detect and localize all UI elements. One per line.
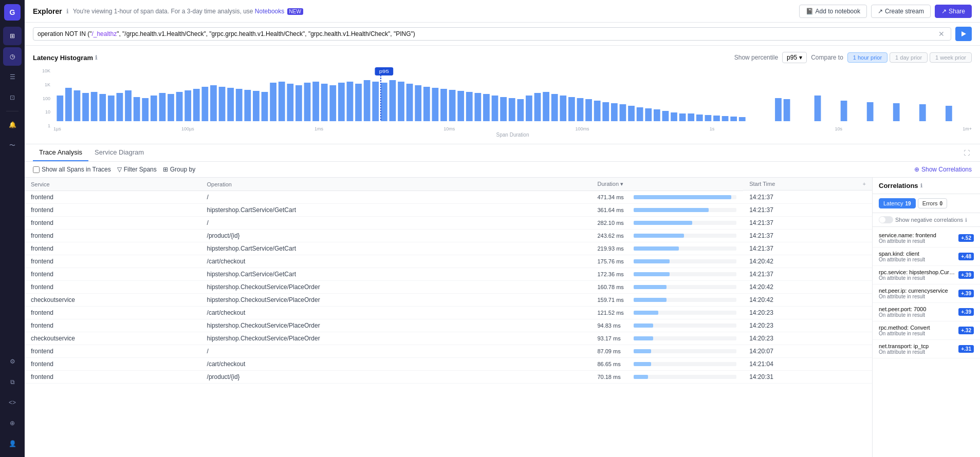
cell-service: frontend	[25, 307, 201, 319]
correlations-panel: Correlations ℹ Latency 19 Errors 0	[872, 178, 980, 457]
sidebar-item-activity[interactable]: 〜	[3, 136, 22, 155]
svg-rect-53	[474, 93, 481, 121]
svg-text:p95: p95	[379, 69, 389, 74]
svg-rect-31	[312, 82, 319, 121]
table-row[interactable]: frontend hipstershop.CheckoutService/Pla…	[25, 319, 872, 332]
correlation-item[interactable]: net.transport: ip_tcp On attribute in re…	[873, 340, 980, 358]
show-correlations-button[interactable]: ⊕ Show Correlations	[914, 166, 972, 173]
correlations-info-icon: ℹ	[920, 183, 922, 188]
svg-rect-82	[722, 116, 729, 121]
cell-operation: /cart/checkout	[201, 255, 591, 268]
percentile-select[interactable]: p95 ▾	[782, 52, 807, 63]
sidebar-item-code[interactable]: <>	[3, 393, 22, 412]
chevron-down-icon: ▾	[799, 54, 802, 61]
svg-rect-75	[662, 111, 669, 121]
app-logo[interactable]: G	[4, 4, 21, 21]
svg-rect-33	[329, 85, 336, 121]
share-button[interactable]: ↗ Share	[935, 5, 972, 18]
correlation-item[interactable]: service.name: frontend On attribute in r…	[873, 229, 980, 247]
sidebar-item-grid[interactable]: ⊡	[3, 88, 22, 107]
svg-rect-11	[142, 98, 149, 121]
corr-tab-errors[interactable]: Errors 0	[918, 198, 948, 208]
table-row[interactable]: frontend /product/{id} 70.18 ms 14:20:31	[25, 371, 872, 384]
cell-operation: hipstershop.CartService/GetCart	[201, 242, 591, 255]
run-query-button[interactable]	[955, 27, 972, 41]
cell-service: frontend	[25, 191, 201, 204]
cell-service: checkoutservice	[25, 294, 201, 307]
table-row[interactable]: frontend hipstershop.CartService/GetCart…	[25, 268, 872, 281]
col-operation: Operation	[201, 178, 591, 191]
group-by-button[interactable]: ⊞ Group by	[163, 166, 195, 173]
table-row[interactable]: frontend hipstershop.CartService/GetCart…	[25, 204, 872, 217]
corr-item-sub: On attribute in result	[879, 312, 956, 318]
add-to-notebook-button[interactable]: 📓 Add to notebook	[799, 5, 867, 18]
table-row[interactable]: frontend /cart/checkout 86.65 ms 14:21:0…	[25, 358, 872, 371]
filter-spans-button[interactable]: ▽ Filter Spans	[117, 166, 157, 173]
correlation-item[interactable]: rpc.service: hipstershop.Currenc... On a…	[873, 266, 980, 284]
cell-operation: /product/{id}	[201, 371, 591, 384]
correlation-item[interactable]: net.peer.port: 7000 On attribute in resu…	[873, 303, 980, 321]
compare-1hour-button[interactable]: 1 hour prior	[847, 52, 887, 63]
col-duration[interactable]: Duration ▾	[591, 178, 743, 191]
svg-rect-89	[867, 102, 874, 121]
x-axis-label: Span Duration	[53, 132, 972, 138]
sidebar-item-settings[interactable]: ⚙	[3, 352, 22, 371]
add-column-button[interactable]: +	[863, 181, 866, 187]
cell-start-time: 14:20:07	[743, 345, 872, 358]
table-row[interactable]: frontend /cart/checkout 175.76 ms 14:20:…	[25, 255, 872, 268]
svg-rect-14	[168, 94, 174, 121]
neg-info-icon: ℹ	[965, 217, 967, 223]
sidebar-item-globe[interactable]: ⊕	[3, 414, 22, 432]
table-row[interactable]: frontend hipstershop.CheckoutService/Pla…	[25, 281, 872, 294]
svg-rect-9	[125, 90, 132, 121]
create-stream-button[interactable]: ↗ Create stream	[871, 5, 931, 18]
tab-trace-analysis[interactable]: Trace Analysis	[33, 144, 88, 161]
svg-rect-73	[645, 108, 652, 121]
svg-rect-2	[65, 88, 72, 121]
cell-duration: 172.36 ms	[591, 268, 743, 281]
cell-service: checkoutservice	[25, 332, 201, 345]
correlation-item[interactable]: rpc.method: Convert On attribute in resu…	[873, 321, 980, 340]
show-all-spans-input[interactable]	[33, 166, 40, 173]
query-clear-button[interactable]: ✕	[938, 30, 945, 38]
table-row[interactable]: frontend / 471.34 ms 14:21:37	[25, 191, 872, 204]
table-row[interactable]: checkoutservice hipstershop.CheckoutServ…	[25, 294, 872, 307]
expand-icon[interactable]: ⛶	[964, 149, 970, 157]
new-badge: NEW	[287, 8, 303, 15]
svg-rect-25	[262, 92, 268, 121]
cell-duration: 94.83 ms	[591, 319, 743, 332]
table-row[interactable]: frontend hipstershop.CartService/GetCart…	[25, 242, 872, 255]
sidebar-item-home[interactable]: ⊞	[3, 27, 22, 45]
show-all-spans-checkbox[interactable]: Show all Spans in Traces	[33, 166, 111, 173]
sidebar-item-document[interactable]: ☰	[3, 68, 22, 86]
compare-1week-button[interactable]: 1 week prior	[930, 52, 972, 63]
svg-rect-65	[577, 98, 584, 121]
compare-label: Compare to	[811, 54, 843, 61]
correlation-item[interactable]: net.peer.ip: currencyservice On attribut…	[873, 284, 980, 303]
sidebar-item-user[interactable]: 👤	[3, 434, 22, 453]
svg-rect-29	[295, 85, 302, 121]
negative-correlations-toggle[interactable]	[879, 216, 893, 223]
table-row[interactable]: frontend /product/{id} 243.62 ms 14:21:3…	[25, 230, 872, 242]
filter-icon: ▽	[117, 166, 122, 173]
cell-operation: /product/{id}	[201, 230, 591, 242]
sidebar-item-puzzle[interactable]: ⧉	[3, 373, 22, 391]
svg-rect-4	[82, 93, 89, 121]
cell-duration: 160.78 ms	[591, 281, 743, 294]
svg-rect-78	[688, 113, 694, 121]
table-row[interactable]: checkoutservice hipstershop.CheckoutServ…	[25, 332, 872, 345]
correlation-item[interactable]: span.kind: client On attribute in result…	[873, 247, 980, 266]
notebooks-link[interactable]: Notebooks	[255, 8, 284, 15]
compare-1day-button[interactable]: 1 day prior	[890, 52, 928, 63]
y-axis: 10K 1K 100 10 1	[33, 67, 53, 138]
corr-tab-latency[interactable]: Latency 19	[879, 198, 916, 208]
table-row[interactable]: frontend / 282.10 ms 14:21:37	[25, 217, 872, 230]
table-row[interactable]: frontend /cart/checkout 121.52 ms 14:20:…	[25, 307, 872, 319]
table-row[interactable]: frontend / 87.09 ms 14:20:07	[25, 345, 872, 358]
tab-service-diagram[interactable]: Service Diagram	[88, 144, 150, 161]
svg-rect-8	[117, 93, 123, 121]
sidebar-item-bell[interactable]: 🔔	[3, 116, 22, 134]
sidebar-item-clock[interactable]: ◷	[3, 47, 22, 66]
svg-rect-70	[620, 104, 626, 121]
neg-correlations-label: Show negative correlations	[895, 217, 963, 223]
